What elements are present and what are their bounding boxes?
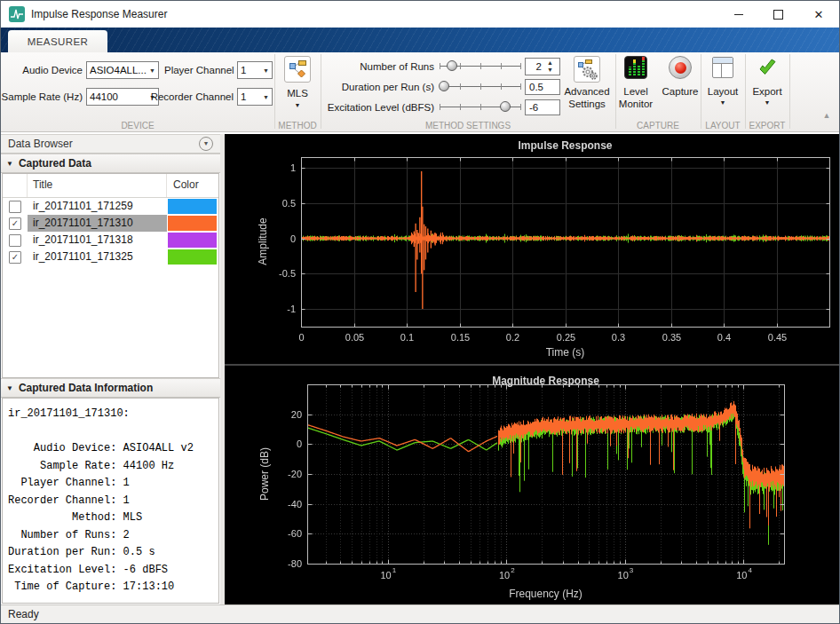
row-checkbox[interactable] (9, 201, 21, 213)
captured-data-information-text: ir_20171101_171310: Audio Device: ASIO4A… (3, 399, 218, 596)
slider-thumb[interactable] (447, 60, 457, 71)
close-button[interactable]: ✕ (798, 1, 839, 28)
duration-per-run-field[interactable]: 0.5 (525, 79, 560, 95)
table-row[interactable]: ✓ir_20171101_171310 (3, 215, 218, 232)
captured-data-section-header[interactable]: ▼ Captured Data (1, 154, 220, 173)
row-title[interactable]: ir_20171101_171325 (28, 249, 167, 265)
row-checkbox[interactable]: ✓ (9, 217, 21, 230)
recorder-channel-select[interactable]: 1 ▼ (237, 88, 273, 106)
number-of-runs-slider[interactable] (440, 59, 521, 72)
audio-device-select[interactable]: ASIO4ALL... ▼ (86, 61, 159, 79)
app-window: Impulse Response Measurer ✕ MEASURER ✂ (0, 0, 840, 624)
app-icon (9, 6, 25, 26)
level-monitor-icon (624, 56, 647, 79)
checkbox-cell: ✓ (3, 249, 28, 265)
table-header-row: Title Color (3, 174, 218, 198)
capture-label: Capture (656, 85, 704, 98)
minimize-icon (734, 14, 743, 15)
table-row[interactable]: ir_20171101_171318 (3, 232, 218, 249)
advanced-settings-button[interactable]: Advanced Settings (559, 54, 615, 118)
row-color-swatch[interactable] (168, 233, 217, 248)
capture-button[interactable]: Capture (656, 54, 704, 118)
row-title[interactable]: ir_20171101_171310 (28, 215, 167, 232)
duration-per-run-slider[interactable] (440, 80, 521, 92)
slider-thumb[interactable] (500, 101, 511, 112)
duration-per-run-label: Duration per Run (s) (313, 81, 434, 93)
row-title[interactable]: ir_20171101_171259 (28, 198, 167, 215)
device-section-label: DEVICE (1, 120, 274, 131)
tab-measurer-label: MEASURER (28, 36, 88, 47)
checkbox-column-header (3, 174, 28, 197)
level-monitor-label-line2: Monitor (612, 98, 660, 110)
status-bar: Ready (1, 604, 839, 623)
number-of-runs-spinner[interactable]: 2 ▲▼ (525, 58, 560, 75)
magnitude-response-xlabel: Frequency (Hz) (307, 588, 784, 600)
export-section-label: EXPORT (745, 120, 789, 131)
captured-data-table: Title Color ir_20171101_171259✓ir_201711… (2, 173, 219, 378)
sample-rate-value: 44100 (90, 91, 147, 102)
export-label: Export (743, 85, 791, 98)
magnitude-response-ylabel: Power (dB) (258, 444, 271, 504)
magnitude-response-title: Magnitude Response (307, 375, 784, 387)
chevron-down-icon: ▼ (743, 99, 791, 106)
export-button[interactable]: Export ▼ (743, 54, 791, 118)
impulse-response-plot (225, 134, 840, 364)
excitation-level-field[interactable]: -6 (525, 99, 560, 115)
advanced-settings-label-line1: Advanced (559, 85, 615, 98)
plot-area: Impulse Response Amplitude Time (s) Magn… (225, 134, 840, 604)
magnitude-response-plot (225, 366, 840, 604)
number-of-runs-label: Number of Runs (321, 60, 434, 73)
capture-section-label: CAPTURE (615, 120, 701, 131)
chevron-down-icon: ▼ (263, 67, 269, 74)
toolstrip: DEVICE METHOD METHOD SETTINGS CAPTURE LA… (1, 52, 839, 132)
layout-icon (712, 57, 733, 78)
data-browser-header: Data Browser ▼ (1, 134, 220, 154)
table-body: ir_20171101_171259✓ir_20171101_171310ir_… (3, 198, 218, 265)
captured-data-information-panel: ir_20171101_171310: Audio Device: ASIO4A… (2, 398, 219, 604)
checkbox-cell: ✓ (3, 215, 28, 232)
row-checkbox[interactable] (9, 234, 21, 247)
window-title: Impulse Response Measurer (31, 8, 167, 20)
row-checkbox[interactable]: ✓ (9, 251, 21, 264)
row-title[interactable]: ir_20171101_171318 (28, 232, 167, 249)
table-row[interactable]: ✓ir_20171101_171325 (3, 249, 218, 265)
minimize-button[interactable] (718, 1, 758, 28)
row-color-swatch[interactable] (168, 249, 217, 265)
captured-data-information-header[interactable]: ▼ Captured Data Information (1, 378, 220, 398)
panel-menu-icon[interactable]: ▼ (199, 137, 213, 151)
export-check-icon (757, 57, 778, 82)
collapse-triangle-icon: ▼ (6, 160, 13, 168)
maximize-button[interactable] (758, 1, 798, 28)
chevron-down-icon: ▼ (699, 99, 747, 106)
slider-thumb[interactable] (439, 81, 449, 91)
collapse-triangle-icon: ▼ (6, 384, 13, 392)
status-text: Ready (8, 608, 39, 620)
player-channel-select[interactable]: 1 ▼ (237, 61, 273, 79)
method-section-label: METHOD (274, 120, 321, 131)
chevron-down-icon: ▼ (149, 67, 155, 74)
row-color-swatch[interactable] (168, 216, 217, 231)
table-row[interactable]: ir_20171101_171259 (3, 198, 218, 215)
mls-method-icon (284, 56, 311, 83)
close-icon: ✕ (814, 8, 824, 21)
spinner-arrows-icon[interactable]: ▲▼ (544, 59, 556, 74)
excitation-level-slider[interactable] (440, 100, 521, 113)
layout-button[interactable]: Layout ▼ (699, 54, 747, 118)
collapse-toolstrip-icon[interactable]: ▲ (820, 111, 834, 120)
tab-bar: MEASURER ✂ ↶ ↷ ? ▼ (1, 28, 839, 52)
duration-per-run-value: 0.5 (529, 82, 543, 92)
row-color-swatch[interactable] (168, 199, 217, 214)
advanced-settings-icon (574, 56, 600, 83)
title-column-header: Title (28, 174, 167, 197)
tab-measurer[interactable]: MEASURER (8, 30, 107, 52)
impulse-response-xlabel: Time (s) (301, 346, 829, 359)
captured-data-information-label: Captured Data Information (19, 382, 153, 394)
data-browser-title: Data Browser (8, 138, 73, 150)
level-monitor-button[interactable]: Level Monitor (612, 54, 660, 118)
advanced-settings-label-line2: Settings (559, 98, 615, 110)
chevron-down-icon: ▼ (263, 94, 269, 100)
player-channel-label: Player Channel (164, 64, 234, 76)
number-of-runs-value: 2 (529, 61, 542, 72)
audio-device-label: Audio Device (4, 64, 83, 76)
maximize-icon (773, 10, 783, 20)
